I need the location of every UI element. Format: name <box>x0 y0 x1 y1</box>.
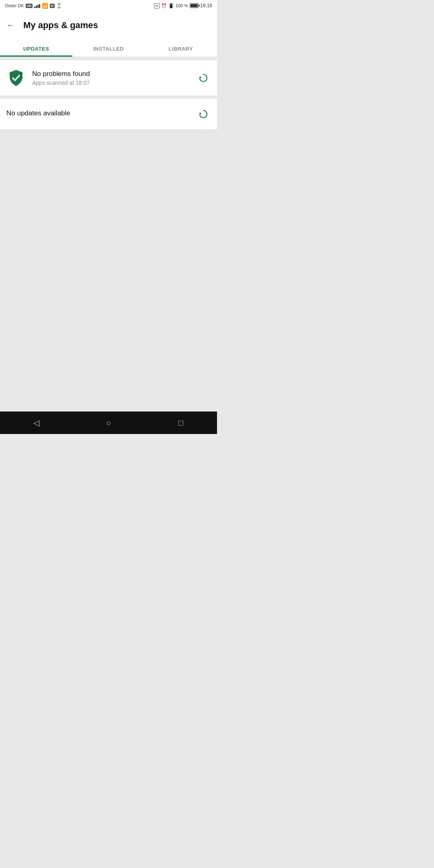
wifi-icon: 📶 <box>42 3 48 9</box>
signal-bar-1 <box>34 6 35 8</box>
vibrate-icon: 📳 <box>168 3 174 8</box>
nav-recents-button[interactable]: □ <box>171 413 190 432</box>
battery-icon <box>190 3 199 8</box>
back-button[interactable]: ← <box>6 20 15 31</box>
signal-bar-2 <box>36 6 37 8</box>
nav-back-button[interactable]: ◁ <box>27 413 46 432</box>
bottom-nav: ◁ ○ □ <box>0 411 217 434</box>
main-content: No problems found Apps scanned at 18:07 … <box>0 60 217 301</box>
signal-bar-3 <box>37 5 39 8</box>
shield-icon <box>6 68 26 88</box>
updates-refresh-button[interactable] <box>196 107 211 121</box>
tabs-bar: UPDATES INSTALLED LIBRARY <box>0 39 217 57</box>
svg-marker-1 <box>200 112 202 114</box>
alarm-icon: ⏰ <box>161 3 167 8</box>
signal-bar-4 <box>39 4 40 8</box>
hourglass-icon: ⏳ <box>56 3 62 8</box>
page-title: My apps & games <box>23 20 98 31</box>
hd-badge: HD <box>26 4 33 8</box>
cards-container: No problems found Apps scanned at 18:07 … <box>0 60 217 129</box>
security-card: No problems found Apps scanned at 18:07 <box>0 60 217 96</box>
status-bar-right: N ⏰ 📳 100 % 19.18 <box>154 3 212 8</box>
app-bar: ← My apps & games <box>0 11 217 39</box>
nav-home-button[interactable]: ○ <box>99 413 118 432</box>
carrier-name: Oister DK <box>5 3 24 8</box>
security-refresh-button[interactable] <box>196 71 211 85</box>
security-card-text: No problems found Apps scanned at 18:07 <box>32 70 196 86</box>
status-time: 19.18 <box>200 3 212 8</box>
tab-library[interactable]: LIBRARY <box>145 39 217 57</box>
tab-installed[interactable]: INSTALLED <box>72 39 145 57</box>
battery-percent: 100 % <box>176 3 188 8</box>
tab-updates[interactable]: UPDATES <box>0 39 72 57</box>
svg-marker-0 <box>200 76 202 78</box>
updates-card-text: No updates available <box>6 109 196 119</box>
nfc-badge: N <box>154 3 160 8</box>
security-card-subtitle: Apps scanned at 18:07 <box>32 80 196 86</box>
security-card-title: No problems found <box>32 70 196 78</box>
b-badge: B <box>50 4 55 8</box>
status-bar-left: Oister DK HD 📶 B ⏳ <box>5 3 62 9</box>
updates-card-title: No updates available <box>6 109 196 117</box>
battery-fill <box>190 4 198 7</box>
signal-bars <box>34 3 40 8</box>
updates-card: No updates available <box>0 99 217 129</box>
status-bar: Oister DK HD 📶 B ⏳ N ⏰ 📳 100 % 19.18 <box>0 0 217 11</box>
